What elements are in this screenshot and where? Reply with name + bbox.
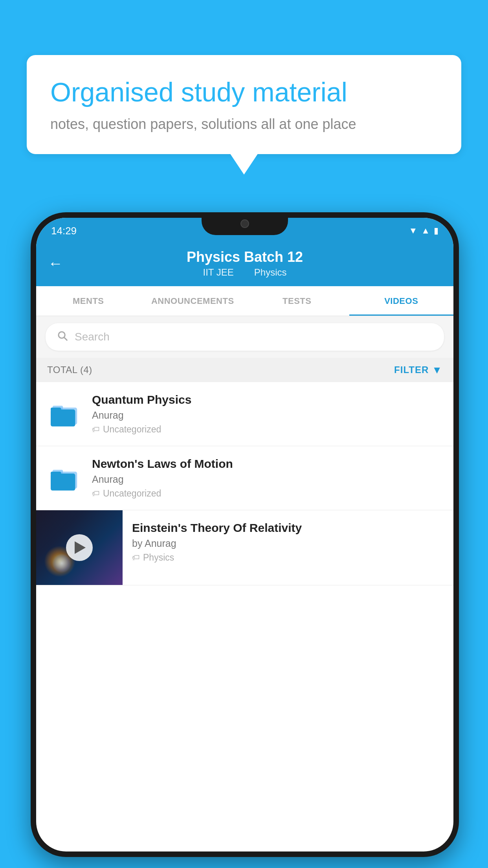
wifi-icon: ▼ [409,226,417,236]
status-icons: ▼ ▲ ▮ [409,226,438,236]
video-author-3: by Anurag [132,538,444,549]
search-bar[interactable]: Search [46,323,444,351]
list-item[interactable]: Newton's Laws of Motion Anurag 🏷 Uncateg… [36,446,453,510]
header-subtitle: IIT JEE Physics [200,267,290,278]
video-info-2: Newton's Laws of Motion Anurag 🏷 Uncateg… [92,457,442,499]
svg-rect-9 [51,472,61,476]
video-tag-1: 🏷 Uncategorized [92,424,442,435]
play-button[interactable] [66,534,93,561]
camera-dot [240,219,249,228]
thumbnail-glow2 [52,554,72,573]
tag-icon-1: 🏷 [92,425,100,434]
video-title-2: Newton's Laws of Motion [92,457,442,471]
video-author-1: Anurag [92,410,442,421]
list-item[interactable]: Quantum Physics Anurag 🏷 Uncategorized [36,382,453,446]
video-list: Quantum Physics Anurag 🏷 Uncategorized [36,382,453,585]
speech-bubble: Organised study material notes, question… [27,55,461,154]
header-subtitle-left: IIT JEE [203,267,234,278]
tab-tests[interactable]: TESTS [245,286,349,316]
tag-icon-3: 🏷 [132,553,140,562]
phone-screen: 14:29 ▼ ▲ ▮ ← Physics Batch 12 IIT JEE P… [36,218,453,851]
filter-bar: TOTAL (4) FILTER ▼ [36,358,453,382]
video-tag-label-3: Physics [143,552,174,563]
search-container: Search [36,316,453,358]
play-icon [75,541,86,554]
header-subtitle-separator [242,267,248,278]
status-time: 14:29 [51,225,77,237]
video-title-3: Einstein's Theory Of Relativity [132,521,444,535]
list-item[interactable]: Einstein's Theory Of Relativity by Anura… [36,510,453,585]
svg-rect-8 [51,474,75,491]
svg-rect-5 [51,408,61,412]
video-tag-3: 🏷 Physics [132,552,444,563]
phone-notch [202,212,288,235]
video-info-3: Einstein's Theory Of Relativity by Anura… [123,510,453,574]
search-icon [57,330,68,344]
video-thumbnail-3 [36,510,123,585]
svg-line-1 [64,337,67,340]
phone-outer: 14:29 ▼ ▲ ▮ ← Physics Batch 12 IIT JEE P… [31,212,459,857]
speech-bubble-title: Organised study material [50,77,438,107]
filter-label: FILTER [394,364,429,375]
video-tag-label-1: Uncategorized [103,424,161,435]
phone-container: 14:29 ▼ ▲ ▮ ← Physics Batch 12 IIT JEE P… [31,212,459,857]
tabs-bar: MENTS ANNOUNCEMENTS TESTS VIDEOS [36,286,453,316]
battery-icon: ▮ [434,226,438,236]
total-count: TOTAL (4) [47,364,92,375]
video-tag-label-2: Uncategorized [103,488,161,499]
back-button[interactable]: ← [48,255,63,272]
header-title: Physics Batch 12 [187,249,303,265]
tab-announcements[interactable]: ANNOUNCEMENTS [141,286,245,316]
tag-icon-2: 🏷 [92,489,100,498]
video-tag-2: 🏷 Uncategorized [92,488,442,499]
search-placeholder: Search [75,331,110,343]
tab-ments[interactable]: MENTS [36,286,141,316]
filter-button[interactable]: FILTER ▼ [394,364,442,376]
video-thumbnail-2 [47,460,83,496]
filter-icon: ▼ [432,364,442,376]
video-title-1: Quantum Physics [92,393,442,406]
signal-icon: ▲ [421,226,430,236]
video-thumbnail-1 [47,396,83,432]
speech-bubble-subtitle: notes, question papers, solutions all at… [50,116,438,132]
header-subtitle-right: Physics [254,267,287,278]
app-header: ← Physics Batch 12 IIT JEE Physics [36,241,453,286]
tab-videos[interactable]: VIDEOS [349,286,454,316]
video-author-2: Anurag [92,474,442,485]
video-info-1: Quantum Physics Anurag 🏷 Uncategorized [92,393,442,435]
speech-bubble-container: Organised study material notes, question… [27,55,461,154]
svg-rect-4 [51,410,75,427]
